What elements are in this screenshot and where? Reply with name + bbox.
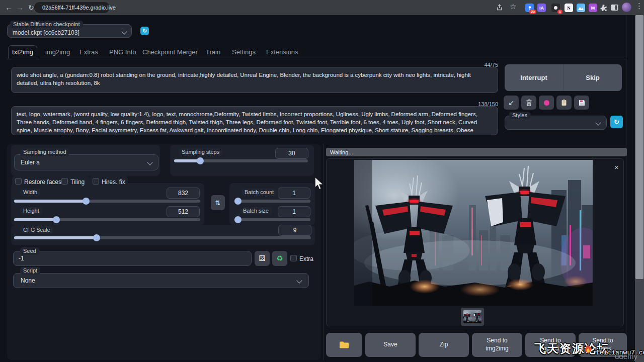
seed-input[interactable]: -1 [13,251,252,266]
paste-arrow-icon: ↙ [508,99,514,107]
cfg-scale-slider[interactable] [14,236,311,239]
cfg-scale-label: CFG Scale [20,226,53,234]
batch-size-slider[interactable] [234,218,310,221]
random-seed-button[interactable]: ⚄ [255,251,270,266]
watermark-flame-icon [583,343,594,357]
sampling-method-dropdown[interactable]: Euler a [14,154,158,170]
paste-params-button[interactable]: ↙ [504,96,519,110]
browser-toolbar: ← → ↻ 02a56ff4-71ff-439e.gradio.live ☆ 2… [0,0,644,15]
extra-networks-card-icon [544,100,549,106]
gallery-thumbnail[interactable] [463,310,481,323]
width-slider[interactable] [14,200,200,203]
restore-faces-label: Restore faces [24,178,61,186]
mouse-cursor [314,177,324,192]
close-preview-icon[interactable]: × [614,163,619,171]
share-icon[interactable] [496,4,503,13]
zip-button[interactable]: Zip [419,333,469,357]
width-input[interactable]: 832 [167,188,200,199]
script-label: Script [20,267,40,275]
ext-m-icon[interactable]: M [589,4,597,12]
batch-size-input[interactable]: 1 [278,206,310,217]
sampling-steps-slider[interactable] [174,159,308,162]
reuse-seed-button[interactable]: ♻ [272,251,287,266]
ext-pin-icon[interactable]: 20 [525,4,534,12]
script-value: None [21,277,35,284]
send-to-img2img-button[interactable]: Send to img2img [472,333,522,357]
address-bar[interactable]: 02a56ff4-71ff-439e.gradio.live [34,2,110,13]
extensions-puzzle-icon[interactable] [600,4,607,14]
batch-count-slider[interactable] [234,200,310,203]
prompt-textarea[interactable]: wide shot angle, a (gundam:0.8) robot st… [11,67,498,93]
ext-screenshot-badge: 1 [557,10,562,14]
tab-png-info[interactable]: PNG Info [109,48,136,56]
tiling-label: Tiling [70,178,85,186]
scrollbar-thumb[interactable] [635,15,643,279]
generated-image[interactable] [354,160,593,306]
extra-networks-button[interactable] [539,96,554,110]
interrupt-skip-group: Interrupt Skip [505,64,622,91]
batch-count-label: Batch count [242,189,277,196]
back-icon[interactable]: ← [5,0,13,15]
hires-fix-label: Hires. fix [102,178,125,186]
floppy-icon [579,100,585,106]
styles-label: Styles [509,112,530,119]
negative-prompt-textarea[interactable]: text, logo, watermark, (worst quality, l… [11,106,498,135]
tab-img2img[interactable]: img2img [45,48,70,56]
checkpoint-label: Stable Diffusion checkpoint [10,21,83,28]
checkpoint-value: model.ckpt [cc6cb27103] [13,29,79,36]
skip-button[interactable]: Skip [564,64,622,91]
height-slider[interactable] [14,218,200,221]
recycle-icon: ♻ [276,254,283,263]
ext-ia-icon[interactable]: IA [537,4,546,12]
height-label: Height [20,207,42,215]
sidebar-toggle-icon[interactable] [611,4,618,13]
browser-menu-icon[interactable]: ⋮ [635,2,643,11]
width-label: Width [20,189,40,196]
restore-faces-checkbox[interactable] [15,178,22,185]
open-folder-button[interactable] [326,333,362,357]
ext-screenshot-icon[interactable]: 1 [551,4,560,12]
cfg-scale-input[interactable]: 9 [278,225,311,236]
ext-notion-icon[interactable]: N [565,4,573,12]
ext-pin-badge: 20 [529,10,536,14]
seed-extra-checkbox[interactable] [290,255,297,261]
chevron-down-icon [296,278,302,283]
forward-icon[interactable]: → [16,0,24,15]
dice-icon: ⚄ [259,254,265,263]
refresh-icon[interactable]: ↻ [28,0,34,15]
hires-fix-checkbox[interactable] [93,178,99,185]
tab-txt2img[interactable]: txt2img [8,45,37,59]
ext-image-icon[interactable] [577,4,585,12]
chevron-down-icon [147,159,152,165]
interrupt-button[interactable]: Interrupt [505,64,564,91]
seed-extra-label: Extra [299,255,313,262]
app-right-border [626,15,626,362]
swap-dimensions-button[interactable]: ⇅ [211,195,225,210]
batch-count-input[interactable]: 1 [278,188,310,199]
save-style-button[interactable] [574,96,589,110]
bookmark-star-icon[interactable]: ☆ [510,2,516,11]
tab-train[interactable]: Train [206,48,220,56]
tab-checkpoint-merger[interactable]: Checkpoint Merger [142,48,198,56]
sampling-steps-input[interactable]: 30 [275,148,308,159]
clear-prompt-button[interactable] [521,96,536,110]
apply-style-button[interactable] [556,96,572,110]
trash-icon [526,99,532,106]
height-input[interactable]: 512 [167,206,200,217]
tab-extensions[interactable]: Extensions [266,48,298,56]
tab-settings[interactable]: Settings [232,48,256,56]
column-divider [323,144,324,360]
sampling-method-label: Sampling method [20,148,69,156]
checkpoint-refresh-button[interactable]: ↻ [140,27,149,35]
watermark-site-text: feitianwu7.com [596,349,644,356]
sampling-steps-label: Sampling steps [179,148,222,156]
profile-avatar[interactable] [622,3,631,12]
swap-arrows-icon: ⇅ [215,199,221,207]
chevron-down-icon [595,120,601,125]
script-dropdown[interactable]: None [13,273,309,288]
save-button[interactable]: Save [365,333,416,357]
tab-extras[interactable]: Extras [79,48,98,56]
folder-icon [339,341,349,349]
tiling-checkbox[interactable] [61,178,68,185]
styles-refresh-button[interactable]: ↻ [610,116,623,128]
